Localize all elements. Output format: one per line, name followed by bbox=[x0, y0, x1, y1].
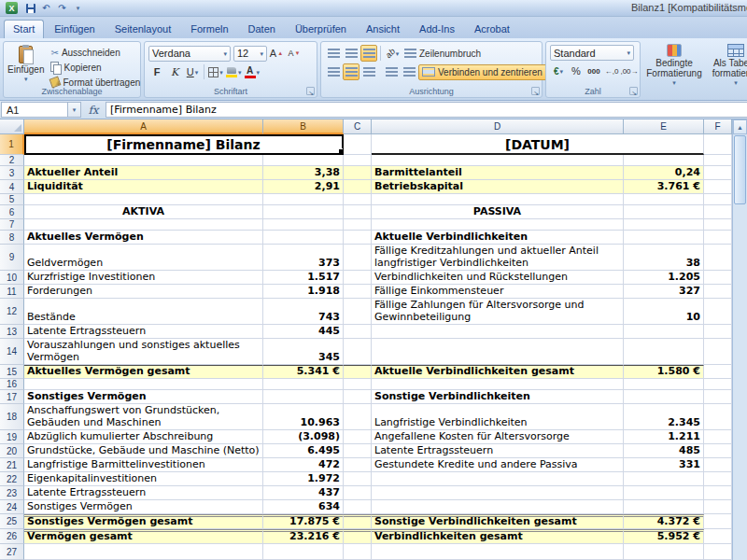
align-right-button[interactable] bbox=[360, 63, 377, 80]
cell-F8[interactable] bbox=[704, 231, 732, 245]
cell-E23[interactable] bbox=[624, 486, 704, 500]
cell-B19[interactable]: (3.098) bbox=[263, 430, 344, 444]
cell-B23[interactable]: 437 bbox=[263, 486, 344, 500]
cell-B14[interactable]: 345 bbox=[263, 339, 344, 365]
cell-C19[interactable] bbox=[344, 430, 372, 444]
cell-F12[interactable] bbox=[704, 299, 732, 325]
cell-F16[interactable] bbox=[704, 379, 732, 390]
tab-start[interactable]: Start bbox=[4, 20, 44, 38]
comma-format-button[interactable]: 000 bbox=[585, 63, 602, 79]
cell-F10[interactable] bbox=[704, 271, 732, 285]
row-header-16[interactable]: 16 bbox=[0, 379, 24, 390]
cell-F2[interactable] bbox=[704, 155, 732, 166]
cell-B17[interactable] bbox=[263, 390, 344, 404]
cell-B24[interactable]: 634 bbox=[263, 500, 344, 514]
row-header-4[interactable]: 4 bbox=[0, 180, 24, 194]
borders-button[interactable]: ▾ bbox=[207, 63, 224, 80]
cell-C23[interactable] bbox=[344, 486, 372, 500]
cell-F21[interactable] bbox=[704, 458, 732, 472]
cell-D5[interactable] bbox=[372, 194, 624, 205]
cell-A20[interactable]: Grundstücke, Gebäude und Maschine (Netto… bbox=[24, 444, 263, 458]
cell-A13[interactable]: Latente Ertragssteuern bbox=[24, 325, 263, 339]
format-as-table-dropdown-icon[interactable]: ▾ bbox=[734, 79, 738, 86]
cell-D8[interactable]: Aktuelle Verbindlichkeiten bbox=[372, 231, 624, 245]
merge-center-button[interactable]: Verbinden und zentrieren▾ bbox=[418, 64, 552, 80]
number-format-select[interactable]: Standard▾ bbox=[550, 45, 634, 61]
cell-C27[interactable] bbox=[344, 544, 372, 560]
cell-C17[interactable] bbox=[344, 390, 372, 404]
cell-D27[interactable] bbox=[372, 544, 624, 560]
cell-D2[interactable] bbox=[372, 155, 624, 166]
alignment-dialog-launcher[interactable] bbox=[531, 87, 540, 95]
font-name-dropdown-icon[interactable]: ▾ bbox=[223, 50, 227, 57]
cell-E14[interactable] bbox=[624, 339, 704, 365]
cell-F13[interactable] bbox=[704, 325, 732, 339]
cell-F27[interactable] bbox=[704, 544, 732, 560]
cell-C12[interactable] bbox=[344, 299, 372, 325]
cell-E15[interactable]: 1.580 € bbox=[624, 365, 704, 379]
row-header-19[interactable]: 19 bbox=[0, 430, 24, 444]
tab-ansicht[interactable]: Ansicht bbox=[357, 20, 409, 38]
column-header-E[interactable]: E bbox=[624, 119, 704, 134]
tab-formeln[interactable]: Formeln bbox=[181, 20, 237, 38]
font-color-dropdown-icon[interactable]: ▾ bbox=[257, 69, 261, 76]
cell-A9[interactable]: Geldvermögen bbox=[24, 245, 263, 271]
vertical-scrollbar[interactable]: ▲ bbox=[732, 119, 747, 560]
cell-C15[interactable] bbox=[344, 365, 372, 379]
row-header-14[interactable]: 14 bbox=[0, 339, 24, 365]
cell-A18[interactable]: Anschaffungswert von Grundstücken, Gebäu… bbox=[24, 404, 263, 430]
row-header-26[interactable]: 26 bbox=[0, 529, 24, 544]
cell-D7[interactable] bbox=[372, 219, 624, 231]
name-box-dropdown-icon[interactable]: ▾ bbox=[68, 102, 81, 118]
column-header-B[interactable]: B bbox=[263, 119, 344, 134]
cell-B11[interactable]: 1.918 bbox=[263, 285, 344, 299]
cell-C1[interactable] bbox=[344, 134, 372, 155]
conditional-formatting-button[interactable]: Bedingte Formatierung▾ bbox=[643, 43, 705, 86]
font-name-select[interactable]: Verdana▾ bbox=[148, 46, 231, 62]
cell-B8[interactable] bbox=[263, 231, 344, 245]
cell-A24[interactable]: Sonstiges Vermögen bbox=[24, 500, 263, 514]
row-header-10[interactable]: 10 bbox=[0, 271, 24, 285]
cell-E25[interactable]: 4.372 € bbox=[624, 514, 704, 529]
cell-D17[interactable]: Sonstige Verbindlichkeiten bbox=[372, 390, 624, 404]
number-format-dropdown-icon[interactable]: ▾ bbox=[627, 49, 630, 56]
cell-D6[interactable]: PASSIVA bbox=[372, 205, 624, 219]
tab-daten[interactable]: Daten bbox=[239, 20, 285, 38]
cell-B20[interactable]: 6.495 bbox=[263, 444, 344, 458]
cell-D3[interactable]: Barmittelanteil bbox=[372, 166, 624, 180]
cell-B2[interactable] bbox=[263, 155, 344, 166]
cell-D22[interactable] bbox=[372, 472, 624, 486]
cell-A11[interactable]: Forderungen bbox=[24, 285, 263, 299]
column-header-F[interactable]: F bbox=[704, 119, 732, 134]
cell-E18[interactable]: 2.345 bbox=[624, 404, 704, 430]
cell-D21[interactable]: Gestundete Kredite und andere Passiva bbox=[372, 458, 624, 472]
increase-decimal-button[interactable]: ←,0 bbox=[603, 63, 620, 79]
tab-acrobat[interactable]: Acrobat bbox=[465, 20, 519, 38]
cell-B22[interactable]: 1.972 bbox=[263, 472, 344, 486]
cell-D1[interactable]: [DATUM] bbox=[372, 134, 704, 155]
cell-B4[interactable]: 2,91 bbox=[263, 180, 344, 194]
cell-F4[interactable] bbox=[704, 180, 732, 194]
cell-F19[interactable] bbox=[704, 430, 732, 444]
cell-D14[interactable] bbox=[372, 339, 624, 365]
cut-button[interactable]: ✂Ausschneiden bbox=[49, 45, 142, 60]
orientation-button[interactable]: ab▾ bbox=[384, 45, 401, 62]
cell-E22[interactable] bbox=[624, 472, 704, 486]
format-as-table-button[interactable]: Als Tabelle formatieren▾ bbox=[705, 43, 747, 86]
row-header-13[interactable]: 13 bbox=[0, 325, 24, 339]
font-color-button[interactable]: A▾ bbox=[244, 63, 261, 80]
bold-button[interactable]: F bbox=[148, 63, 165, 80]
column-header-A[interactable]: A bbox=[24, 119, 263, 134]
cell-A10[interactable]: Kurzfristige Investitionen bbox=[24, 271, 263, 285]
cell-E3[interactable]: 0,24 bbox=[624, 166, 704, 180]
shrink-font-button[interactable]: A▼ bbox=[286, 45, 303, 62]
qat-dropdown-icon[interactable]: ▾ bbox=[71, 2, 85, 15]
cell-C18[interactable] bbox=[344, 404, 372, 430]
row-header-23[interactable]: 23 bbox=[0, 486, 24, 500]
align-middle-button[interactable] bbox=[343, 45, 359, 62]
cell-C16[interactable] bbox=[344, 379, 372, 390]
cell-F5[interactable] bbox=[704, 194, 732, 205]
cell-D9[interactable]: Fällige Kreditzahlungen und aktueller An… bbox=[372, 245, 624, 271]
cell-D16[interactable] bbox=[372, 379, 624, 390]
cell-A14[interactable]: Vorauszahlungen und sonstiges aktuelles … bbox=[24, 339, 263, 365]
